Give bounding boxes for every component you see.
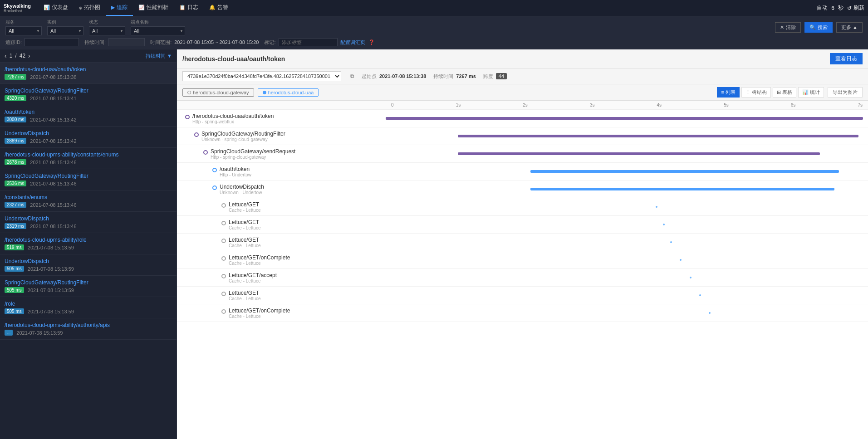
span-bar-col <box>386 234 868 251</box>
time-range-value[interactable]: 2021-07-08 15:05 ~ 2021-07-08 15:20 <box>174 39 259 45</box>
trace-item-time: 2021-07-08 15:13:46 <box>30 202 76 208</box>
span-row[interactable]: SpringCloudGateway/sendRequest Http - sp… <box>177 145 868 163</box>
tick-7s: 7s <box>858 102 863 107</box>
duration-min-input[interactable] <box>108 38 145 46</box>
trace-duration-badge: 2319 ms <box>5 223 26 229</box>
sort-button[interactable]: 持续时间 ▼ <box>146 53 172 59</box>
list-view-button[interactable]: ≡ 列表 <box>717 87 739 98</box>
nav-log[interactable]: 📋 日志 <box>174 0 204 16</box>
refresh-button[interactable]: ↺ 刷新 <box>847 4 864 12</box>
trace-item-meta: 505 ms 2021-07-08 15:13:59 <box>5 287 172 293</box>
performance-icon: 📈 <box>138 5 145 10</box>
page-total: 42 <box>20 53 25 59</box>
trace-list-item[interactable]: UndertowDispatch 2889 ms 2021-07-08 15:1… <box>0 127 177 148</box>
nav-dashboard[interactable]: 📊 仪表盘 <box>38 0 74 16</box>
service-tag-uaa[interactable]: herodotus-cloud-uaa <box>258 88 319 97</box>
table-view-button[interactable]: ⊞ 表格 <box>773 87 796 98</box>
trace-item-meta: 2889 ms 2021-07-08 15:13:42 <box>5 138 172 144</box>
topnav-right: 自动 6 秒 ↺ 刷新 <box>817 4 864 12</box>
clear-button[interactable]: ✕ 清除 <box>775 22 801 33</box>
span-name-col: /oauth/token Http - Undertow <box>177 164 386 179</box>
copy-icon[interactable]: ⧉ <box>350 73 354 79</box>
trace-list-item[interactable]: /oauth/token 3000 ms 2021-07-08 15:13:42 <box>0 105 177 127</box>
span-bar-col <box>386 145 868 162</box>
trace-list-item[interactable]: /herodotus-cloud-upms-ability/authority/… <box>0 318 177 340</box>
search-button[interactable]: 🔍 搜索 <box>804 22 833 33</box>
instance-select[interactable]: All <box>47 26 83 35</box>
trace-list-item[interactable]: /constants/enums 2327 ms 2021-07-08 15:1… <box>0 190 177 212</box>
trace-list-item[interactable]: SpringCloudGateway/RoutingFilter 505 ms … <box>0 276 177 297</box>
view-buttons: ≡ 列表 ⋮ 树结构 ⊞ 表格 📊 统计 <box>717 87 824 98</box>
endpoint-select[interactable]: All <box>131 26 185 35</box>
status-select[interactable]: All <box>89 26 125 35</box>
uaa-dot <box>263 91 266 94</box>
nav-trace[interactable]: ▶ 追踪 <box>106 0 133 16</box>
trace-list-item[interactable]: UndertowDispatch 505 ms 2021-07-08 15:13… <box>0 254 177 276</box>
config-link[interactable]: 配置调汇页 ❓ <box>340 39 375 46</box>
span-row[interactable]: /herodotus-cloud-uaa/oauth/token Http - … <box>177 110 868 127</box>
span-info: SpringCloudGateway/sendRequest Http - sp… <box>211 148 295 160</box>
service-tag-gateway[interactable]: herodotus-cloud-gateway <box>182 88 254 97</box>
view-log-button[interactable]: 查看日志 <box>830 53 863 64</box>
next-page-button[interactable]: › <box>28 52 30 59</box>
tree-view-button[interactable]: ⋮ 树结构 <box>741 87 771 98</box>
tick-5s: 5s <box>724 102 729 107</box>
nav-topology[interactable]: ⎈ 拓扑图 <box>74 0 106 16</box>
span-bar-col <box>386 163 868 180</box>
trace-item-name: /herodotus-cloud-upms-ability/role <box>5 237 172 243</box>
span-dot <box>221 292 226 296</box>
span-row[interactable]: Lettuce/GET Cache - Lettuce <box>177 198 868 216</box>
trace-list-item[interactable]: /herodotus-cloud-uaa/oauth/token 7267 ms… <box>0 63 177 84</box>
span-name: SpringCloudGateway/sendRequest <box>211 148 295 155</box>
instance-filter-label: 实例 <box>47 19 83 25</box>
span-row[interactable]: Lettuce/GET/accept Cache - Lettuce <box>177 269 868 287</box>
stats-view-button[interactable]: 📊 统计 <box>798 87 824 98</box>
trace-list: /herodotus-cloud-uaa/oauth/token 7267 ms… <box>0 63 177 439</box>
alert-icon: 🔔 <box>209 5 216 10</box>
trace-item-time: 2021-07-08 15:13:46 <box>30 160 76 165</box>
span-row[interactable]: Lettuce/GET Cache - Lettuce <box>177 216 868 234</box>
trace-list-item[interactable]: /herodotus-cloud-upms-ability/constants/… <box>0 148 177 169</box>
trace-list-item[interactable]: SpringCloudGateway/RoutingFilter 4320 ms… <box>0 84 177 105</box>
nav-alert[interactable]: 🔔 告警 <box>204 0 234 16</box>
span-row[interactable]: Lettuce/GET Cache - Lettuce <box>177 287 868 304</box>
trace-id-select[interactable]: 4739e1e370d24f0ba424d348fd7e43fe.482.162… <box>182 71 341 81</box>
trace-list-item[interactable]: SpringCloudGateway/RoutingFilter 2536 ms… <box>0 169 177 190</box>
trace-item-name: SpringCloudGateway/RoutingFilter <box>5 173 172 179</box>
trace-duration-badge: 519 ms <box>5 244 24 250</box>
span-info: Lettuce/GET Cache - Lettuce <box>229 290 261 301</box>
service-select[interactable]: All <box>5 26 42 35</box>
span-row[interactable]: Lettuce/GET Cache - Lettuce <box>177 234 868 251</box>
trace-list-item[interactable]: UndertowDispatch 2319 ms 2021-07-08 15:1… <box>0 212 177 233</box>
span-info: Lettuce/GET/accept Cache - Lettuce <box>229 272 277 283</box>
nav-log-label: 日志 <box>187 4 198 11</box>
log-icon: 📋 <box>179 5 186 10</box>
tag-input[interactable] <box>279 38 338 46</box>
span-bar-col <box>386 251 868 268</box>
endpoint-filter-label: 端点名称 <box>131 19 185 25</box>
span-row[interactable]: SpringCloudGateway/RoutingFilter Unknown… <box>177 127 868 145</box>
more-button[interactable]: 更多 ▲ <box>836 22 863 33</box>
span-row[interactable]: /oauth/token Http - Undertow <box>177 163 868 180</box>
time-range-field: 时间范围: 2021-07-08 15:05 ~ 2021-07-08 15:2… <box>150 39 259 46</box>
trace-list-item[interactable]: /role 505 ms 2021-07-08 15:13:59 <box>0 297 177 318</box>
prev-page-button[interactable]: ‹ <box>5 52 7 59</box>
export-button[interactable]: 导出为图片 <box>828 87 863 98</box>
page-separator: / <box>15 53 16 59</box>
logo-subtitle: Rocketbot <box>4 9 22 13</box>
span-row[interactable]: Lettuce/GET/onComplete Cache - Lettuce <box>177 251 868 269</box>
span-row[interactable]: Lettuce/GET/onComplete Cache - Lettuce <box>177 304 868 322</box>
span-dot <box>221 256 226 261</box>
trace-item-name: SpringCloudGateway/RoutingFilter <box>5 279 172 286</box>
span-value: 44 <box>496 73 507 79</box>
trace-id-field: 追踪ID: <box>5 38 79 46</box>
span-name-col: Lettuce/GET/onComplete Cache - Lettuce <box>177 306 386 321</box>
span-row[interactable]: UndertowDispatch Unknown - Undertow <box>177 180 868 198</box>
trace-id-input[interactable] <box>25 38 79 46</box>
more-label: 更多 ▲ <box>841 24 858 30</box>
trace-list-item[interactable]: /herodotus-cloud-upms-ability/role 519 m… <box>0 233 177 254</box>
trace-duration-badge: 505 ms <box>5 266 24 272</box>
nav-performance[interactable]: 📈 性能剖析 <box>133 0 174 16</box>
span-name: Lettuce/GET <box>229 237 261 243</box>
pagination: ‹ 1 / 42 › <box>5 52 30 59</box>
